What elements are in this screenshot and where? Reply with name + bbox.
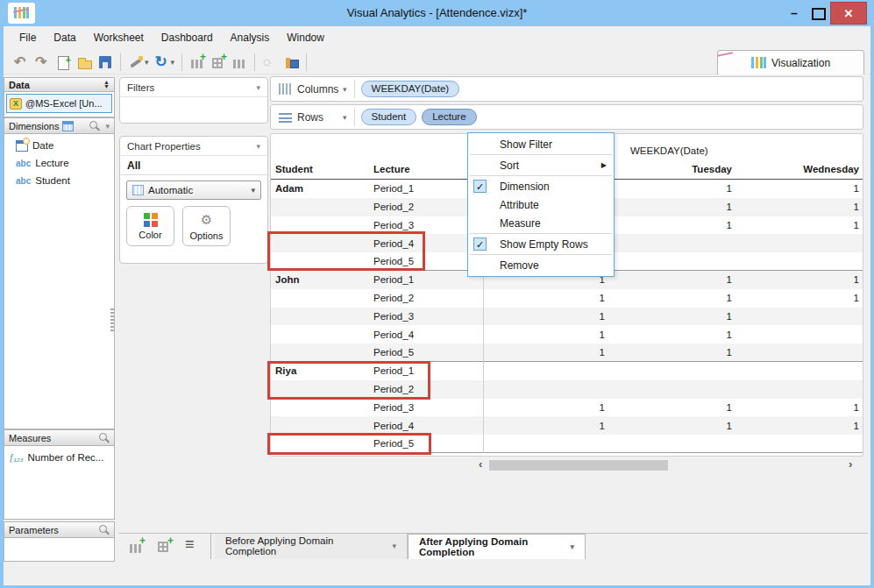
add-crosstab-button[interactable] — [208, 52, 229, 73]
value-cell: 1 — [735, 274, 863, 285]
search-icon[interactable] — [89, 120, 100, 131]
save-button[interactable] — [95, 52, 116, 73]
filters-card-header[interactable]: Filters ▾ — [120, 78, 267, 97]
data-panel-header: Data ▲▼ — [4, 77, 115, 92]
chevron-down-icon[interactable]: ▾ — [392, 542, 396, 550]
menu-item-show-filter[interactable]: Show Filter — [468, 135, 614, 153]
connection-list: @MS-Excel [Un... — [4, 92, 115, 117]
dimension-student[interactable]: Student — [4, 172, 114, 189]
connect-data-button[interactable]: ▾ — [125, 52, 152, 73]
color-button[interactable]: Color — [126, 206, 174, 246]
add-chart-icon — [128, 538, 145, 555]
parameters-title: Parameters — [9, 525, 59, 535]
checkmark-icon: ✓ — [473, 180, 487, 193]
bar-chart-icon — [231, 54, 247, 70]
minimize-button[interactable]: – — [783, 6, 806, 20]
dropdown-caret-icon[interactable]: ▾ — [171, 58, 175, 67]
menu-item-show-empty-rows[interactable]: ✓Show Empty Rows — [468, 235, 614, 253]
sheet-tab-label: Before Applying Domain Completion — [225, 535, 380, 556]
maximize-button[interactable] — [806, 0, 828, 26]
menu-item-dimension[interactable]: ✓Dimension — [468, 177, 614, 195]
toolbar-separator — [306, 53, 307, 71]
open-folder-button[interactable] — [74, 52, 95, 73]
menu-analysis[interactable]: Analysis — [222, 26, 279, 50]
dimension-date[interactable]: Date — [4, 137, 114, 154]
redo-icon — [34, 54, 50, 70]
close-button[interactable]: ✕ — [830, 2, 867, 25]
options-button-label: Options — [190, 230, 224, 241]
add-chart-button[interactable] — [187, 52, 208, 73]
dropdown-caret-icon[interactable]: ▾ — [145, 58, 149, 67]
connect-data-icon — [128, 54, 144, 70]
pill-student[interactable]: Student — [361, 109, 417, 125]
menu-worksheet[interactable]: Worksheet — [85, 26, 153, 50]
add-chart-button[interactable] — [125, 535, 147, 556]
weekday-group-header: WEEKDAY(Date) — [630, 145, 708, 156]
panel-splitter[interactable] — [110, 308, 114, 331]
chevron-down-icon[interactable]: ▾ — [343, 113, 347, 122]
collapse-caret-icon[interactable]: ▾ — [256, 83, 260, 92]
collapse-caret-icon[interactable]: ▾ — [256, 142, 260, 151]
menu-item-attribute[interactable]: Attribute — [468, 195, 614, 214]
sheet-tab-inactive[interactable]: Before Applying Domain Completion▾ — [215, 534, 408, 559]
pill-weekday(date)[interactable]: WEEKDAY(Date) — [361, 81, 460, 97]
menu-item-remove[interactable]: Remove — [468, 256, 614, 274]
menu-window[interactable]: Window — [278, 26, 333, 50]
search-icon[interactable] — [98, 432, 110, 443]
scroll-right-arrow[interactable]: › — [849, 457, 852, 471]
chevron-down-icon[interactable]: ▾ — [105, 122, 110, 131]
add-crosstab-button[interactable] — [153, 535, 175, 556]
bar-window-button[interactable] — [281, 52, 302, 73]
visualization-tab[interactable]: Visualization — [717, 50, 864, 74]
refresh-button[interactable]: ▾ — [152, 52, 178, 73]
chart-type-dropdown[interactable]: Automatic ▾ — [126, 181, 261, 200]
day-column-header: Wednesday — [735, 164, 863, 174]
chart-properties-header[interactable]: Chart Properties ▾ — [120, 137, 267, 156]
measure-item[interactable]: ƒ₁₂₃Number of Rec... — [4, 449, 114, 466]
window-border-right — [870, 26, 874, 588]
dimension-lecture[interactable]: Lecture — [4, 154, 114, 172]
chevron-down-icon: ▾ — [251, 186, 255, 195]
columns-pills: WEEKDAY(Date) — [361, 81, 465, 97]
options-button[interactable]: Options — [182, 206, 231, 246]
lecture-cell: Period_1 — [369, 274, 481, 285]
value-cell: 1 — [608, 274, 735, 285]
table-row: Period_2111 — [271, 289, 863, 308]
menu-dashboard[interactable]: Dashboard — [153, 26, 222, 50]
sheet-tab-active[interactable]: After Applying Domain Completion▾ — [408, 534, 586, 559]
field-label: Student — [35, 175, 70, 186]
menu-item-sort[interactable]: Sort▶ — [468, 156, 614, 174]
chevron-down-icon[interactable]: ▾ — [570, 542, 574, 551]
menu-item-measure[interactable]: Measure — [468, 214, 614, 232]
undo-button[interactable] — [11, 52, 32, 73]
new-file-icon — [55, 54, 71, 70]
new-file-button[interactable] — [53, 52, 74, 73]
rows-pills: StudentLecture — [361, 109, 482, 125]
chevron-down-icon[interactable]: ▾ — [343, 85, 347, 94]
value-cell: 1 — [608, 293, 735, 303]
value-cell: 1 — [608, 421, 735, 431]
datasource-item[interactable]: @MS-Excel [Un... — [6, 94, 112, 113]
select-lasso-button[interactable] — [259, 52, 281, 73]
redo-button[interactable] — [32, 52, 53, 73]
table-row: Period_511 — [271, 344, 863, 362]
columns-shelf: Columns ▾ WEEKDAY(Date) — [270, 76, 863, 102]
measures-header: Measures — [4, 429, 115, 446]
sort-updown-icon[interactable]: ▲▼ — [103, 81, 110, 89]
search-icon[interactable] — [98, 524, 110, 535]
menu-data[interactable]: Data — [45, 26, 84, 50]
scroll-left-arrow[interactable]: ‹ — [479, 457, 482, 471]
student-column-header: Student — [271, 164, 369, 174]
table-grid-icon[interactable] — [62, 121, 74, 131]
columns-icon — [279, 83, 292, 95]
measures-title: Measures — [9, 433, 51, 443]
value-cell: 1 — [735, 202, 863, 212]
bar-chart-button[interactable] — [229, 52, 250, 73]
menu-file[interactable]: File — [11, 26, 45, 50]
menu-item-label: Show Filter — [500, 138, 552, 151]
highlight-box-riya-empty — [267, 361, 430, 400]
sheet-list-button[interactable] — [181, 535, 203, 556]
pill-lecture[interactable]: Lecture — [422, 109, 476, 125]
scrollbar-thumb[interactable] — [489, 460, 668, 471]
value-cell: 1 — [608, 183, 735, 194]
